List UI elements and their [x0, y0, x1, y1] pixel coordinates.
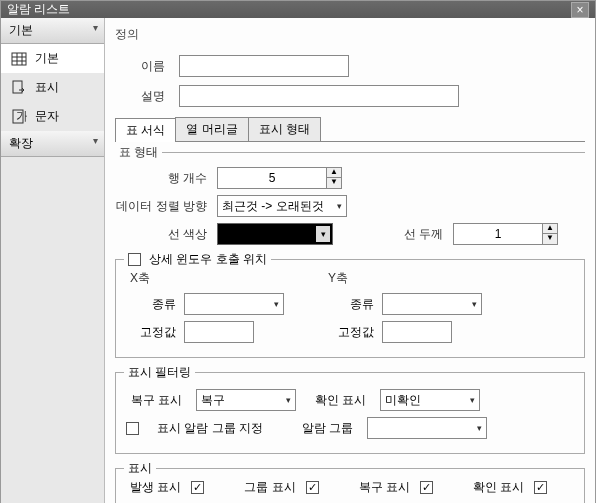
- tab-display-form[interactable]: 표시 형태: [248, 117, 321, 141]
- sidebar-item-label: 문자: [35, 108, 59, 125]
- spin-down-icon[interactable]: ▼: [327, 178, 341, 188]
- ack-disp-checkbox[interactable]: [534, 481, 547, 494]
- sort-value: 최근것 -> 오래된것: [222, 198, 324, 215]
- sidebar-item-label: 표시: [35, 79, 59, 96]
- tab-column-header[interactable]: 열 머리글: [175, 117, 248, 141]
- group-disp-label: 그룹 표시: [244, 479, 295, 496]
- svg-rect-0: [12, 53, 26, 65]
- accordion-extended[interactable]: 확장: [1, 131, 104, 157]
- page-text-icon: 가: [11, 109, 27, 125]
- grid-icon: [11, 51, 27, 67]
- alarm-group-chk-label: 표시 알람 그룹 지정: [157, 420, 263, 437]
- row-count-spinner[interactable]: ▲▼: [217, 167, 342, 189]
- y-fixed-label: 고정값: [324, 324, 374, 341]
- occur-label: 발생 표시: [130, 479, 181, 496]
- close-button[interactable]: ×: [571, 2, 589, 18]
- dialog-window: 알람 리스트 × 기본 기본 표시 가 문자: [0, 0, 596, 503]
- chevron-down-icon: ▾: [472, 299, 477, 309]
- tab-table-format[interactable]: 표 서식: [115, 118, 176, 142]
- line-width-spinner[interactable]: ▲▼: [453, 223, 558, 245]
- y-axis-column: Y축 종류 ▾ 고정값: [324, 270, 482, 349]
- titlebar: 알람 리스트 ×: [1, 1, 595, 18]
- x-type-combo[interactable]: ▾: [184, 293, 284, 315]
- sidebar: 기본 기본 표시 가 문자 확장: [1, 18, 105, 503]
- occur-checkbox[interactable]: [191, 481, 204, 494]
- ack-disp-label: 확인 표시: [473, 479, 524, 496]
- chevron-down-icon: ▾: [274, 299, 279, 309]
- recover-disp-label: 복구 표시: [359, 479, 410, 496]
- alarm-group-label: 알람 그룹: [297, 420, 353, 437]
- name-input[interactable]: [179, 55, 349, 77]
- ack-display-label: 확인 표시: [310, 392, 366, 409]
- y-axis-label: Y축: [328, 270, 482, 287]
- svg-rect-5: [13, 81, 22, 93]
- recover-display-value: 복구: [201, 392, 225, 409]
- y-fixed-input[interactable]: [382, 321, 452, 343]
- main-panel: 정의 이름 설명 표 서식 열 머리글 표시 형태 표 형태 행 개수: [105, 18, 595, 503]
- page-arrow-icon: [11, 80, 27, 96]
- alarm-group-combo[interactable]: ▾: [367, 417, 487, 439]
- line-color-combo[interactable]: ▾: [217, 223, 333, 245]
- filter-legend: 표시 필터링: [128, 364, 191, 381]
- detail-window-group: 상세 윈도우 호출 위치 X축 종류 ▾ 고정값: [115, 259, 585, 358]
- definition-legend: 정의: [115, 26, 139, 45]
- detail-window-legend: 상세 윈도우 호출 위치: [149, 251, 267, 268]
- accordion-basic[interactable]: 기본: [1, 18, 104, 44]
- chevron-down-icon: ▾: [477, 423, 482, 433]
- sidebar-item-text[interactable]: 가 문자: [1, 102, 104, 131]
- line-color-label: 선 색상: [115, 226, 207, 243]
- chevron-down-icon: ▾: [286, 395, 291, 405]
- desc-label: 설명: [115, 88, 165, 105]
- window-title: 알람 리스트: [7, 1, 70, 18]
- x-axis-column: X축 종류 ▾ 고정값: [126, 270, 284, 349]
- sidebar-item-label: 기본: [35, 50, 59, 67]
- x-axis-label: X축: [130, 270, 284, 287]
- row-count-label: 행 개수: [115, 170, 207, 187]
- table-form-group: 표 형태 행 개수 ▲▼ 데이터 정렬 방향 최근것 -> 오래된것 ▾: [115, 152, 585, 245]
- sidebar-item-display[interactable]: 표시: [1, 73, 104, 102]
- recover-disp-checkbox[interactable]: [420, 481, 433, 494]
- line-width-label: 선 두께: [363, 226, 443, 243]
- group-disp-checkbox[interactable]: [306, 481, 319, 494]
- definition-group: 정의 이름 설명: [115, 26, 585, 107]
- detail-window-checkbox[interactable]: [128, 253, 141, 266]
- table-form-legend: 표 형태: [115, 144, 162, 161]
- chevron-down-icon: ▾: [316, 226, 330, 242]
- ack-display-combo[interactable]: 미확인 ▾: [380, 389, 480, 411]
- sort-combo[interactable]: 최근것 -> 오래된것 ▾: [217, 195, 347, 217]
- ack-display-value: 미확인: [385, 392, 421, 409]
- x-fixed-input[interactable]: [184, 321, 254, 343]
- spinner-buttons[interactable]: ▲▼: [327, 167, 342, 189]
- sidebar-item-basic[interactable]: 기본: [1, 44, 104, 73]
- x-fixed-label: 고정값: [126, 324, 176, 341]
- sort-label: 데이터 정렬 방향: [115, 198, 207, 215]
- desc-input[interactable]: [179, 85, 459, 107]
- name-label: 이름: [115, 58, 165, 75]
- line-width-input[interactable]: [453, 223, 543, 245]
- alarm-group-checkbox[interactable]: [126, 422, 139, 435]
- chevron-down-icon: ▾: [470, 395, 475, 405]
- filter-group: 표시 필터링 복구 표시 복구 ▾ 확인 표시 미확인 ▾ 표시 알람 그룹 지: [115, 372, 585, 454]
- y-type-label: 종류: [324, 296, 374, 313]
- y-type-combo[interactable]: ▾: [382, 293, 482, 315]
- row-count-input[interactable]: [217, 167, 327, 189]
- tab-bar: 표 서식 열 머리글 표시 형태: [115, 117, 585, 142]
- chevron-down-icon: ▾: [337, 201, 342, 211]
- recover-display-label: 복구 표시: [126, 392, 182, 409]
- display-group: 표시 발생 표시 그룹 표시 복구 표시 확인 표시: [115, 468, 585, 503]
- spinner-buttons[interactable]: ▲▼: [543, 223, 558, 245]
- x-type-label: 종류: [126, 296, 176, 313]
- spin-down-icon[interactable]: ▼: [543, 234, 557, 244]
- recover-display-combo[interactable]: 복구 ▾: [196, 389, 296, 411]
- svg-text:가: 가: [16, 109, 27, 123]
- display-legend: 표시: [128, 460, 152, 477]
- dialog-body: 기본 기본 표시 가 문자 확장: [1, 18, 595, 503]
